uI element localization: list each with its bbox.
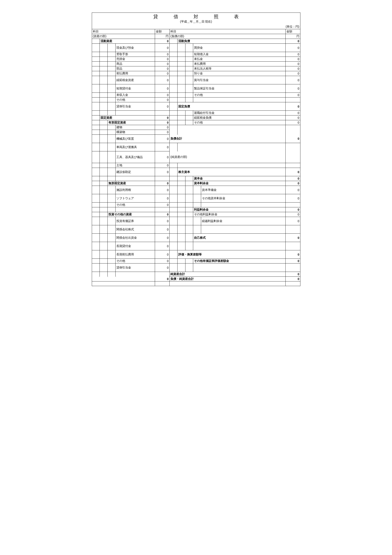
item-label: 施設利用権 bbox=[115, 186, 155, 194]
table-row: 機械及び装置 0 負債合計 0 bbox=[92, 135, 300, 143]
current-liab-label: 流動負債 bbox=[177, 39, 285, 44]
amount-cell: 0 bbox=[285, 186, 300, 194]
amount-cell: 0 bbox=[155, 62, 169, 66]
item-label: 現金及び預金 bbox=[115, 44, 155, 52]
amount-cell: 0 bbox=[285, 76, 300, 84]
table-row: 純資産合計 0 bbox=[92, 272, 300, 277]
header-item-left: 科目 bbox=[92, 29, 155, 34]
table-row: 受取手形 0 短期借入金 0 bbox=[92, 52, 300, 57]
table-row: 投資その他の資産 0 その他利益剰余金 0 bbox=[92, 212, 300, 217]
amount-cell: 0 bbox=[155, 234, 169, 242]
item-label: 繰延税金資産 bbox=[115, 76, 155, 84]
assets-section: (資産の部) bbox=[92, 34, 155, 39]
item-label: 退職給付引当金 bbox=[193, 111, 285, 116]
amount-cell: 0 bbox=[285, 176, 300, 181]
amount-cell: 0 bbox=[285, 194, 300, 203]
table-row: 利益剰余金 0 bbox=[92, 207, 300, 212]
table-row: 長期前払費用 0 評価・換算差額等 0 bbox=[92, 250, 300, 259]
yen-left: 円 bbox=[155, 34, 169, 39]
item-label: 買掛金 bbox=[193, 44, 285, 52]
item-label: 短期貸付金 bbox=[115, 84, 155, 93]
item-label: 未払費用 bbox=[193, 62, 285, 66]
amount-cell: 0 bbox=[285, 250, 300, 259]
amount-cell: 0 bbox=[155, 66, 169, 71]
item-label: その他利益剰余金 bbox=[193, 212, 285, 217]
amount-cell: 0 bbox=[155, 102, 169, 111]
table-row: 関係会社株式 0 bbox=[92, 225, 300, 234]
item-label: 繰越利益剰余金 bbox=[201, 217, 285, 225]
table-row: 無形固定資産 0 資本剰余金 0 bbox=[92, 181, 300, 186]
amount-cell: 0 bbox=[155, 57, 169, 62]
item-label: その他資本剰余金 bbox=[201, 194, 285, 203]
shareholders-label: 株主資本 bbox=[177, 168, 285, 176]
item-label: 建設仮勘定 bbox=[115, 168, 155, 176]
item-label: その他 bbox=[115, 97, 155, 102]
amount-cell: 0 bbox=[285, 71, 300, 76]
balance-sheet-table: 科目 金額 科目 金額 (資産の部) 円 (負債の部) 円 流動資産 0 流動負… bbox=[92, 29, 300, 286]
item-label: 未払法人税等 bbox=[193, 66, 285, 71]
intangible-label: 無形固定資産 bbox=[108, 181, 155, 186]
amount-cell: 0 bbox=[155, 163, 169, 168]
amount-cell: 0 bbox=[155, 277, 169, 281]
retained-label: 利益剰余金 bbox=[193, 207, 285, 212]
amount-cell: 0 bbox=[285, 120, 300, 125]
amount-cell: 0 bbox=[155, 71, 169, 76]
amount-cell: 0 bbox=[285, 272, 300, 277]
item-label: 貸倒引当金 bbox=[115, 102, 155, 111]
amount-cell: 0 bbox=[155, 217, 169, 225]
table-row: 短期貸付金 0 製品保証引当金 0 bbox=[92, 84, 300, 93]
table-row: 工具、器具及び備品 0 (純資産の部) bbox=[92, 151, 300, 163]
amount-cell: 0 bbox=[285, 181, 300, 186]
table-row: 貸倒引当金 0 bbox=[92, 263, 300, 272]
section-row: (資産の部) 円 (負債の部) 円 bbox=[92, 34, 300, 39]
table-row: 売掛金 0 未払金 0 bbox=[92, 57, 300, 62]
item-label: 受取手形 bbox=[115, 52, 155, 57]
table-row: 施設利用権 0 資本準備金 0 bbox=[92, 186, 300, 194]
amount-cell: 0 bbox=[155, 212, 169, 217]
amount-cell: 0 bbox=[285, 52, 300, 57]
amount-cell: 0 bbox=[155, 143, 169, 151]
amount-cell: 0 bbox=[285, 39, 300, 44]
fixed-liab-label: 固定負債 bbox=[177, 102, 285, 111]
table-row: 部品 0 未払法人税等 0 bbox=[92, 66, 300, 71]
amount-cell: 0 bbox=[285, 44, 300, 52]
amount-cell: 0 bbox=[155, 250, 169, 259]
amount-cell: 0 bbox=[285, 168, 300, 176]
amount-cell: 0 bbox=[155, 181, 169, 186]
current-assets-label: 流動資産 bbox=[100, 39, 155, 44]
item-label: 長期前払費用 bbox=[115, 250, 155, 259]
amount-cell: 0 bbox=[155, 194, 169, 203]
item-label: 部品 bbox=[115, 66, 155, 71]
item-label: 工具、器具及び備品 bbox=[115, 151, 155, 163]
amount-cell: 0 bbox=[285, 84, 300, 93]
amount-cell: 0 bbox=[155, 242, 169, 250]
amount-cell: 0 bbox=[285, 57, 300, 62]
amount-cell: 0 bbox=[155, 151, 169, 163]
table-row: 商品 0 未払費用 0 bbox=[92, 62, 300, 66]
table-row: 車両及び運搬具 0 bbox=[92, 143, 300, 151]
balance-sheet: 貸 借 対 照 表 (平成＿年＿月＿日 現在) (単位：円) 科目 金額 科目 … bbox=[92, 13, 300, 286]
table-row: 長期貸付金 0 bbox=[92, 242, 300, 250]
item-label: 関係会社出資金 bbox=[115, 234, 155, 242]
amount-cell: 0 bbox=[155, 76, 169, 84]
liabilities-section: (負債の部) bbox=[170, 34, 285, 39]
item-label: 売掛金 bbox=[115, 57, 155, 62]
amount-cell: 0 bbox=[155, 168, 169, 176]
amount-cell: 0 bbox=[155, 93, 169, 97]
amount-cell: 0 bbox=[285, 93, 300, 97]
amount-cell: 0 bbox=[155, 125, 169, 130]
item-label: その他 bbox=[115, 203, 155, 207]
net-assets-section: (純資産の部) bbox=[170, 151, 285, 163]
table-row: 退職給付引当金 0 bbox=[92, 111, 300, 116]
table-row: 土地 0 bbox=[92, 163, 300, 168]
item-label: その他 bbox=[193, 93, 285, 97]
amount-cell: 0 bbox=[155, 116, 169, 120]
treasury-label: 自己株式 bbox=[193, 234, 285, 242]
item-label: 製品保証引当金 bbox=[193, 84, 285, 93]
amount-cell: 0 bbox=[285, 135, 300, 143]
table-row: 有形固定資産 0 その他 0 bbox=[92, 120, 300, 125]
amount-cell: 0 bbox=[285, 66, 300, 71]
table-row: 資本金 0 bbox=[92, 176, 300, 181]
amount-cell: 0 bbox=[285, 277, 300, 281]
item-label: 繰延税金負債 bbox=[193, 116, 285, 120]
